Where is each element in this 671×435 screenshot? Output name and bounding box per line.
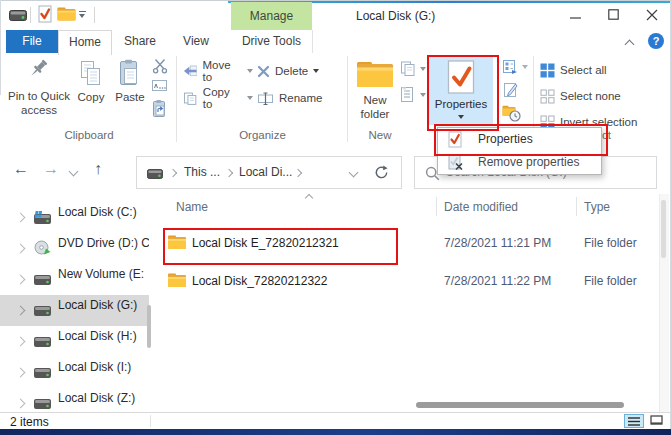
copy-label: Copy [72,91,110,103]
sidebar-item-local-disk-g[interactable]: Local Disk (G:) [58,287,149,318]
refresh-icon[interactable] [374,165,389,183]
copy-path-button[interactable] [151,79,171,95]
select-all-label: Select all [560,64,607,76]
sidebar-item-local-disk-z[interactable]: Local Disk (Z:) [58,380,149,411]
expand-chevron-icon[interactable] [16,244,26,254]
pin-to-quick-access-button[interactable]: Pin to Quick access [8,57,70,123]
tab-home[interactable]: Home [58,30,112,55]
tab-view[interactable]: View [170,30,222,53]
menu-item-properties-label: Properties [478,128,533,151]
dvd-drive-icon [34,240,51,258]
select-all-button[interactable]: Select all [540,59,607,81]
rename-button[interactable]: Rename [257,87,329,109]
column-divider[interactable] [436,197,437,216]
drive-icon [33,367,53,382]
address-bar[interactable]: This ... Local Di... [136,156,402,189]
sidebar-scrollbar-thumb[interactable] [147,305,151,348]
file-row-name[interactable]: Local Disk_72820212322 [192,274,392,288]
address-dropdown-chevron-icon[interactable] [349,168,359,178]
folder-icon[interactable] [57,7,76,24]
copy-to-button[interactable]: Copy to [183,87,253,109]
new-group-label: New [350,129,410,141]
easy-access-button-2[interactable] [400,86,428,106]
properties-check-icon[interactable] [38,5,52,26]
contextual-tab-label: Manage [250,9,293,23]
paste-icon [119,59,140,91]
move-to-label: Move to [202,59,242,83]
menu-item-remove-properties[interactable]: Remove properties [438,151,601,174]
open-icon [502,59,518,74]
copy-button[interactable]: Copy [72,57,110,123]
forward-button[interactable]: → [43,160,59,178]
chevron-down-icon [458,115,464,119]
properties-button[interactable]: Properties [429,57,493,125]
chevron-down-icon [313,69,319,73]
file-row-type: File folder [584,236,637,250]
pin-icon [27,58,51,85]
move-to-button[interactable]: Move to [183,60,253,82]
menu-item-properties[interactable]: Properties [438,128,601,151]
column-header-name[interactable]: Name [176,200,208,214]
history-button[interactable] [502,105,524,125]
window-title: Local Disk (G:) [356,9,435,23]
vertical-scrollbar-thumb[interactable] [661,200,666,258]
icons-view-icon [650,415,663,426]
up-button[interactable]: ↑ [94,160,102,178]
edit-button[interactable] [503,82,523,100]
easy-access-button-1[interactable] [400,61,428,79]
sidebar-item-local-disk-i[interactable]: Local Disk (I:) [58,349,149,380]
delete-icon [257,65,270,78]
paste-button[interactable]: Paste [110,57,150,123]
select-all-icon [540,63,555,78]
window-border-left [0,0,1,95]
breadcrumb-chevron-icon[interactable] [294,169,302,177]
new-folder-icon [356,59,394,92]
maximize-icon [608,9,619,20]
chevron-down-icon [522,65,528,69]
horizontal-scrollbar-thumb[interactable] [416,402,624,408]
help-icon: ? [653,35,660,47]
paste-shortcut-button[interactable] [152,99,172,119]
breadcrumb-chevron-icon[interactable] [225,169,233,177]
titlebar: Manage Local Disk (G:) [0,3,671,30]
column-header-type[interactable]: Type [584,200,610,214]
back-button[interactable]: ← [13,160,29,178]
contextual-tab-header: Manage [231,2,312,30]
cut-button[interactable] [152,58,172,76]
sidebar-item-local-disk-c[interactable]: Local Disk (C:) [58,194,149,225]
tab-share[interactable]: Share [114,30,166,53]
sidebar-item-dvd-drive-d[interactable]: DVD Drive (D:) C [58,225,149,256]
open-button[interactable] [502,59,530,77]
tab-file[interactable]: File [6,30,58,53]
new-folder-button[interactable]: New folder [352,57,398,123]
expand-chevron-icon[interactable] [16,337,26,347]
delete-button[interactable]: Delete [257,60,329,82]
minimize-button[interactable] [556,0,594,30]
tab-drive-tools[interactable]: Drive Tools [231,30,313,53]
expand-chevron-icon[interactable] [16,213,26,223]
column-header-date-modified[interactable]: Date modified [444,200,518,214]
column-divider[interactable] [576,197,577,216]
sidebar-item-local-disk-h[interactable]: Local Disk (H:) [58,318,149,349]
breadcrumb-local-disk[interactable]: Local Di... [239,165,292,179]
help-button[interactable]: ? [648,33,664,49]
folder-icon [167,234,187,253]
icons-view-button[interactable] [647,414,667,428]
file-row-name[interactable]: Local Disk E_72820212321 [192,236,392,250]
expand-chevron-icon[interactable] [16,368,26,378]
breadcrumb-chevron-icon[interactable] [169,169,177,177]
expand-chevron-icon[interactable] [16,399,26,409]
details-view-icon [628,417,640,426]
maximize-button[interactable] [594,0,632,30]
drive-c-icon [33,211,53,228]
drive-icon [9,10,27,24]
close-button[interactable] [632,0,671,30]
expand-chevron-icon[interactable] [16,275,26,285]
select-none-button[interactable]: Select none [540,85,621,107]
folder-icon [167,272,187,291]
sidebar-item-new-volume-e[interactable]: New Volume (E: [58,256,149,287]
breadcrumb-this-pc[interactable]: This ... [184,165,220,179]
properties-check-icon [448,131,462,151]
details-view-button[interactable] [624,414,644,428]
status-bar: 2 items [0,412,671,429]
